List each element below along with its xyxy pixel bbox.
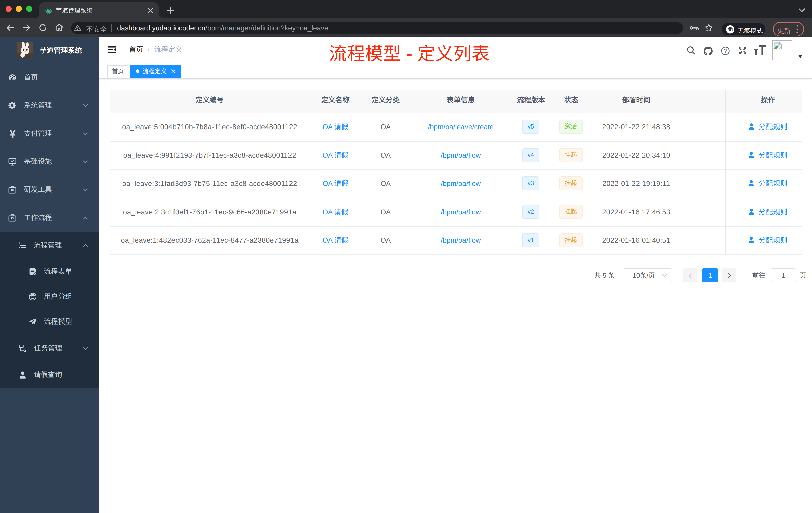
svg-text:?: ? (724, 48, 727, 54)
